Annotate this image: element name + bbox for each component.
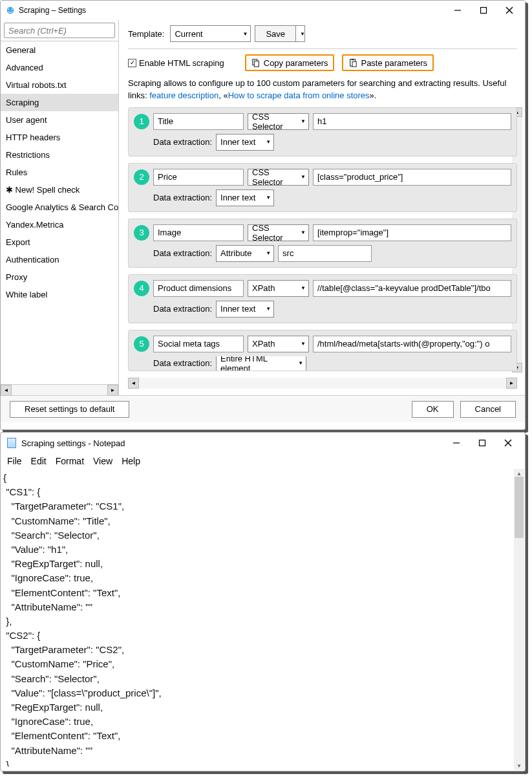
scroll-left-icon[interactable]: ◄ [1,385,12,396]
rule-seltype-select[interactable]: XPath▼ [248,280,309,297]
notepad-title: Scraping settings - Notepad [21,438,443,448]
scroll-thumb[interactable] [515,477,524,538]
close-icon [504,438,513,447]
feature-description-link[interactable]: feature description [149,91,218,100]
scroll-down-icon[interactable]: ▼ [514,761,524,770]
rule-extract-select[interactable]: Inner text▼ [216,134,274,151]
rule-block: 1 Title CSS Selector▼ h1 Data extraction… [128,107,517,156]
chevron-down-icon: ▼ [242,31,248,37]
rule-seltype-select[interactable]: CSS Selector▼ [248,169,309,186]
template-select[interactable]: Current▼ [170,25,251,42]
rules-h-scrollbar[interactable]: ◄ ► [128,378,517,389]
rule-selector-input[interactable]: h1 [313,113,511,130]
sidebar-item[interactable]: General [1,41,118,59]
rule-attr-input[interactable]: src [278,245,372,262]
rule-number: 5 [134,336,149,352]
rule-seltype-select[interactable]: CSS Selector▼ [248,224,309,241]
menu-item[interactable]: File [7,456,22,466]
menu-item[interactable]: Edit [31,456,47,466]
rule-seltype-select[interactable]: CSS Selector▼ [248,113,309,130]
search-input[interactable] [5,26,114,36]
window-title: Scraping – Settings [19,6,445,15]
rule-number: 4 [134,281,149,296]
rule-extract-select[interactable]: Entire HTML element▼ [216,356,306,371]
scroll-left-icon[interactable]: ◄ [128,378,139,389]
sidebar-item[interactable]: Yandex.Metrica [1,216,118,233]
maximize-button[interactable] [471,1,496,19]
sidebar-item[interactable]: Google Analytics & Search Co [1,199,118,216]
howto-link[interactable]: How to scrape data from online stores [228,91,370,100]
copy-icon [251,58,261,67]
rule-name-input[interactable]: Price [153,169,244,186]
rule-selector-input[interactable]: [class="product_price"] [313,169,511,186]
sidebar-item[interactable]: White label [1,286,118,303]
template-value: Current [175,29,202,39]
sidebar-item[interactable]: Restrictions [1,146,118,164]
menu-item[interactable]: Help [122,456,140,466]
svg-rect-8 [254,61,259,67]
minimize-icon [453,6,462,15]
cancel-button[interactable]: Cancel [460,401,516,418]
rule-number: 2 [134,169,149,185]
template-label: Template: [128,29,164,39]
rule-selector-input[interactable]: /html/head/meta[starts-with(@property,"o… [313,336,511,352]
sidebar-item[interactable]: Rules [1,164,118,181]
sidebar-item[interactable]: Export [1,233,118,251]
sidebar-item[interactable]: User agent [1,111,118,129]
rule-name-input[interactable]: Image [153,224,244,241]
ok-button[interactable]: OK [412,401,454,418]
rule-name-input[interactable]: Product dimensions [153,280,244,297]
rule-block: 4 Product dimensions XPath▼ //table[@cla… [128,274,517,323]
save-dropdown[interactable]: ▼ [296,25,305,42]
content-pane: Template: Current▼ Save ▼ ✓ Enable HTML … [119,20,525,395]
rule-seltype-select[interactable]: XPath▼ [248,336,309,352]
sidebar-item[interactable]: HTTP headers [1,129,118,146]
enable-scraping-checkbox[interactable]: ✓ Enable HTML scraping [128,58,224,68]
svg-rect-10 [352,59,354,60]
svg-rect-11 [353,61,357,67]
rule-selector-input[interactable]: [itemprop="image"] [313,224,511,241]
paste-icon [348,58,357,67]
rule-name-input[interactable]: Title [153,113,244,130]
rule-selector-input[interactable]: //table[@class="a-keyvalue prodDetTable"… [313,280,511,297]
close-button[interactable] [496,1,522,19]
save-button[interactable]: Save [255,25,296,42]
sidebar-item[interactable]: Advanced [1,59,118,76]
rule-extract-select[interactable]: Inner text▼ [216,301,274,318]
copy-parameters-button[interactable]: Copy parameters [245,54,335,71]
data-extraction-label: Data extraction: [153,137,212,147]
reset-settings-button[interactable]: Reset settings to default [10,401,129,418]
rule-block: 5 Social meta tags XPath▼ /html/head/met… [128,330,517,371]
svg-rect-4 [481,8,487,14]
minimize-button[interactable] [445,1,471,19]
scroll-right-icon[interactable]: ► [107,385,118,396]
close-button[interactable] [495,434,521,452]
menu-item[interactable]: Format [56,456,84,466]
search-box[interactable] [4,23,115,38]
notepad-menu: FileEditFormatViewHelp [1,453,525,469]
rule-extract-select[interactable]: Attribute▼ [216,245,274,262]
menu-item[interactable]: View [93,456,112,466]
maximize-button[interactable] [469,434,495,452]
sidebar-item[interactable]: Authentication [1,251,118,268]
notepad-window: Scraping settings - Notepad FileEditForm… [0,432,526,771]
sidebar: GeneralAdvancedVirtual robots.txtScrapin… [1,20,119,395]
sidebar-item[interactable]: Proxy [1,268,118,286]
sidebar-item[interactable]: ✱ New! Spell check [1,181,118,199]
notepad-v-scrollbar[interactable]: ▲ ▼ [514,469,524,770]
copy-label: Copy parameters [264,58,328,68]
settings-window: Scraping – Settings GeneralAdvancedVirtu… [0,0,526,430]
sidebar-item[interactable]: Scraping [1,94,118,111]
rule-number: 3 [134,225,149,241]
chevron-down-icon: ▼ [300,31,305,37]
minimize-button[interactable] [443,434,469,452]
minimize-icon [452,438,461,447]
rule-name-input[interactable]: Social meta tags [153,336,244,352]
notepad-body[interactable]: { "CS1": { "TargetParameter": "CS1", "Cu… [1,469,525,766]
sidebar-item[interactable]: Virtual robots.txt [1,76,118,94]
svg-point-2 [12,8,13,10]
description-text: Scraping allows to configure up to 100 c… [128,78,517,102]
paste-parameters-button[interactable]: Paste parameters [342,54,434,71]
rule-extract-select[interactable]: Inner text▼ [216,189,274,206]
sidebar-h-scrollbar[interactable]: ◄ ► [1,384,118,395]
